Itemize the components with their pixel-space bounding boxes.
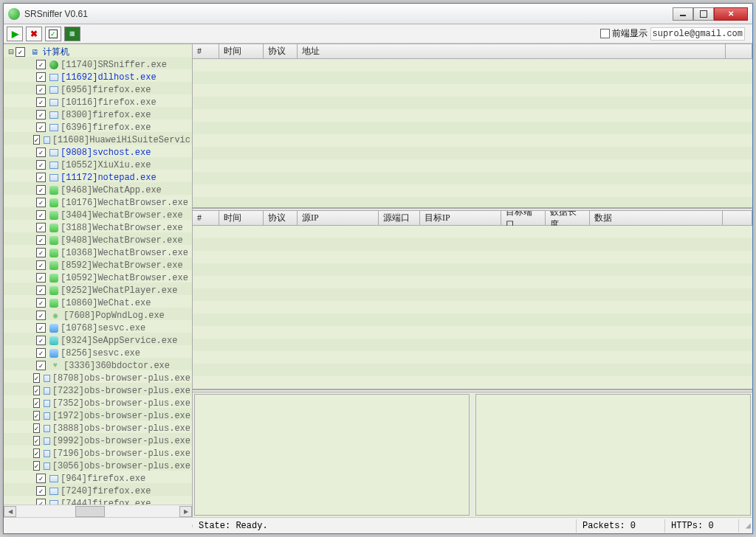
column-header[interactable]: 时间	[219, 44, 264, 58]
tree-item[interactable]: [3188]WechatBrowser.exe	[5, 221, 190, 234]
titlebar[interactable]: SRSniffer V0.61	[4, 4, 752, 24]
tree-item[interactable]: [10860]WeChat.exe	[5, 297, 190, 309]
tree-checkbox[interactable]	[36, 72, 46, 82]
tree-item[interactable]: [8300]firefox.exe	[5, 108, 190, 121]
tree-checkbox[interactable]	[33, 135, 40, 145]
tree-checkbox[interactable]	[36, 260, 46, 270]
tree-item[interactable]: [6956]firefox.exe	[5, 83, 190, 96]
tree-item[interactable]: [8592]WechatBrowser.exe	[5, 259, 190, 271]
tree-checkbox[interactable]	[36, 474, 46, 483]
tree-checkbox[interactable]	[36, 486, 46, 496]
tree-item[interactable]: [10176]WechatBrowser.exe	[5, 196, 190, 209]
tree-item[interactable]: [11172]notepad.exe	[5, 171, 190, 184]
tree-item[interactable]: [9408]WechatBrowser.exe	[5, 234, 190, 246]
tree-checkbox[interactable]	[36, 173, 46, 182]
detail-pane-right[interactable]	[475, 394, 751, 516]
tree-item[interactable]: [9468]WeChatApp.exe	[5, 184, 190, 196]
tree-item[interactable]: [3888]obs-browser-plus.exe	[5, 422, 190, 434]
tree-checkbox[interactable]	[36, 248, 46, 257]
splitter-v[interactable]	[471, 392, 474, 517]
tree-checkbox[interactable]	[36, 273, 46, 283]
tree-checkbox[interactable]	[36, 110, 46, 119]
tree-item[interactable]: [8256]sesvc.exe	[5, 347, 190, 359]
tree-checkbox[interactable]	[33, 436, 40, 446]
tree-checkbox[interactable]	[33, 386, 40, 395]
close-button[interactable]	[714, 7, 748, 21]
tree-checkbox[interactable]	[33, 398, 40, 408]
tree-checkbox[interactable]	[36, 499, 46, 505]
tree-item[interactable]: [10116]firefox.exe	[5, 96, 190, 108]
column-header[interactable]: 协议	[264, 44, 298, 58]
maximize-button[interactable]	[693, 7, 714, 21]
network-settings-button[interactable]: ▦	[64, 27, 80, 41]
tree-checkbox[interactable]	[36, 185, 46, 195]
tree-checkbox[interactable]	[36, 198, 46, 207]
column-header[interactable]: 源IP	[298, 211, 379, 225]
packet-grid-body[interactable]	[193, 226, 752, 389]
tree-checkbox[interactable]	[33, 373, 40, 383]
tree-checkbox[interactable]	[36, 160, 46, 170]
column-header[interactable]: 协议	[264, 211, 298, 225]
column-header[interactable]: 数据长度	[546, 211, 590, 225]
tree-item[interactable]: [7352]obs-browser-plus.exe	[5, 397, 190, 409]
request-grid-body[interactable]	[193, 59, 752, 207]
tree-item[interactable]: [11740]SRSniffer.exe	[5, 58, 190, 71]
detail-pane-left[interactable]	[194, 394, 470, 516]
column-header[interactable]: 目标IP	[420, 211, 501, 225]
tree-checkbox[interactable]	[33, 423, 40, 433]
tree-item[interactable]: [11692]dllhost.exe	[5, 71, 190, 83]
tree-root-node[interactable]: ⊟计算机	[5, 46, 190, 58]
tree-checkbox[interactable]	[36, 97, 46, 107]
stop-capture-button[interactable]: ✖	[26, 27, 42, 41]
column-header[interactable]: 时间	[219, 211, 264, 225]
tree-checkbox[interactable]	[33, 461, 40, 471]
minimize-button[interactable]	[673, 7, 693, 21]
tree-checkbox[interactable]	[36, 298, 46, 308]
tree-item[interactable]: [7196]obs-browser-plus.exe	[5, 447, 190, 460]
tree-checkbox[interactable]	[36, 311, 46, 320]
tree-checkbox[interactable]	[36, 210, 46, 220]
column-header[interactable]: 目标端口	[501, 211, 546, 225]
column-header[interactable]: 地址	[298, 44, 726, 58]
tree-checkbox[interactable]	[36, 235, 46, 245]
tree-checkbox[interactable]	[36, 336, 46, 345]
resize-grip-icon[interactable]: ◢	[739, 519, 752, 533]
tree-item[interactable]: [6396]firefox.exe	[5, 121, 190, 134]
column-header[interactable]: #	[193, 44, 219, 58]
tree-item[interactable]: [11608]HuaweiHiSuiteServic	[5, 134, 190, 146]
tree-item[interactable]: [964]firefox.exe	[5, 472, 190, 485]
tree-checkbox[interactable]	[36, 148, 46, 157]
packet-grid-header[interactable]: #时间协议源IP源端口目标IP目标端口数据长度数据	[193, 211, 752, 226]
tree-checkbox[interactable]	[36, 323, 46, 333]
tree-item[interactable]: [8708]obs-browser-plus.exe	[5, 372, 190, 384]
tree-root-label[interactable]: 计算机	[43, 46, 69, 58]
tree-checkbox[interactable]	[36, 285, 46, 295]
column-header[interactable]: 数据	[590, 211, 723, 225]
tree-item[interactable]: [9324]SeAppService.exe	[5, 334, 190, 347]
tree-checkbox[interactable]	[36, 223, 46, 232]
tree-item[interactable]: [9252]WeChatPlayer.exe	[5, 284, 190, 297]
tree-item[interactable]: [10592]WechatBrowser.exe	[5, 271, 190, 284]
tree-checkbox[interactable]	[33, 448, 40, 458]
toggle-checked-button[interactable]	[45, 27, 61, 41]
tree-item[interactable]: [10552]XiuXiu.exe	[5, 159, 190, 171]
tree-item[interactable]: [7444]firefox.exe	[5, 497, 190, 505]
tree-item[interactable]: [9992]obs-browser-plus.exe	[5, 434, 190, 447]
tree-item[interactable]: [10368]WechatBrowser.exe	[5, 246, 190, 259]
tree-checkbox[interactable]	[36, 60, 46, 69]
column-header[interactable]: 源端口	[379, 211, 420, 225]
column-header[interactable]: #	[193, 211, 219, 225]
tree-item[interactable]: [9808]svchost.exe	[5, 146, 190, 159]
tree-checkbox[interactable]	[36, 348, 46, 358]
tree-checkbox[interactable]	[36, 85, 46, 94]
tree-hscrollbar[interactable]: ◀ ▶	[4, 505, 192, 517]
tree-item[interactable]: [3404]WechatBrowser.exe	[5, 209, 190, 221]
tree-checkbox[interactable]	[36, 122, 46, 132]
tree-item[interactable]: [3056]obs-browser-plus.exe	[5, 460, 190, 472]
request-grid-header[interactable]: #时间协议地址	[193, 44, 752, 59]
tree-item[interactable]: [10768]sesvc.exe	[5, 322, 190, 334]
tree-checkbox[interactable]	[16, 47, 25, 57]
tree-item[interactable]: [1972]obs-browser-plus.exe	[5, 409, 190, 422]
start-capture-button[interactable]: ▶	[7, 27, 23, 41]
tree-item[interactable]: [3336]360bdoctor.exe	[5, 359, 190, 372]
